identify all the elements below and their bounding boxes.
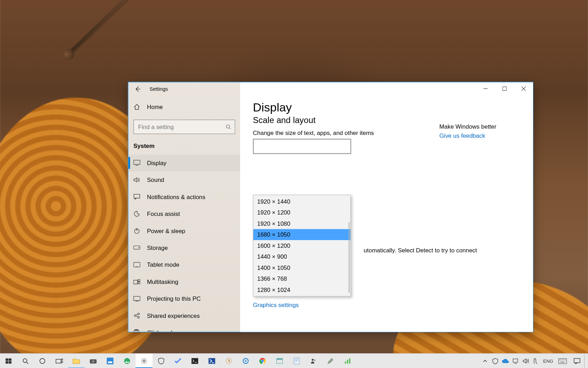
settings-window: Settings Home System DisplaySoundNotific…: [128, 82, 533, 332]
svg-point-7: [136, 266, 137, 267]
taskbar-clock[interactable]: [220, 354, 237, 368]
sidebar-item-display[interactable]: Display: [128, 155, 240, 171]
sidebar-item-label: Shared experiences: [147, 312, 200, 319]
scale-dropdown[interactable]: [253, 139, 351, 154]
taskbar-app-window[interactable]: [271, 354, 288, 368]
tray-onedrive-icon[interactable]: [500, 354, 510, 368]
task-view-button[interactable]: [51, 354, 68, 368]
sidebar-item-focus-assist[interactable]: Focus assist: [128, 205, 240, 222]
tray-overflow-chevron-icon[interactable]: [480, 354, 490, 368]
search-button[interactable]: [17, 354, 34, 368]
svg-rect-8: [134, 280, 138, 284]
search-input[interactable]: [137, 123, 225, 131]
start-button[interactable]: [0, 354, 17, 368]
resolution-dropdown-popup: 1920 × 14401920 × 12001920 × 10801680 × …: [253, 195, 351, 297]
clipboard-icon: [133, 329, 140, 332]
tray-security-icon[interactable]: [490, 354, 500, 368]
resolution-option[interactable]: 1920 × 1440: [253, 196, 350, 207]
sidebar-item-projecting-to-this-pc[interactable]: Projecting to this PC: [128, 290, 240, 307]
settings-sidebar: Settings Home System DisplaySoundNotific…: [128, 82, 240, 332]
tray-app-icon[interactable]: [531, 354, 541, 368]
give-feedback-link[interactable]: Give us feedback: [439, 132, 485, 139]
display-icon: [133, 160, 140, 166]
tray-keyboard-icon[interactable]: [555, 354, 570, 368]
svg-rect-24: [56, 359, 61, 363]
resolution-option[interactable]: 1440 × 900: [253, 251, 350, 262]
taskbar-people[interactable]: [305, 354, 322, 368]
home-icon: [133, 103, 140, 110]
svg-rect-49: [513, 359, 517, 362]
sidebar-item-label: Sound: [147, 177, 164, 183]
taskbar-todo[interactable]: [169, 354, 186, 368]
minimize-button[interactable]: [476, 82, 495, 95]
taskbar-camera[interactable]: [85, 354, 102, 368]
taskbar-app-blue[interactable]: [102, 354, 118, 368]
resolution-option[interactable]: 1920 × 1080: [253, 218, 350, 229]
power-sleep-icon: [133, 227, 140, 234]
sidebar-item-storage[interactable]: Storage: [128, 239, 240, 256]
svg-point-45: [314, 359, 315, 361]
graphics-settings-link[interactable]: Graphics settings: [253, 301, 520, 308]
taskbar-settings[interactable]: [135, 354, 152, 368]
tray-network-icon[interactable]: [511, 354, 521, 368]
sidebar-item-sound[interactable]: Sound: [128, 171, 240, 188]
svg-rect-29: [107, 357, 113, 364]
sidebar-item-home[interactable]: Home: [128, 98, 240, 115]
cortana-button[interactable]: [34, 354, 51, 368]
taskbar-photos[interactable]: [119, 354, 135, 368]
resolution-option[interactable]: 1366 × 768: [253, 273, 350, 284]
svg-point-22: [23, 359, 27, 362]
sidebar-item-multitasking[interactable]: Multitasking: [128, 273, 240, 290]
sidebar-item-notifications-actions[interactable]: Notifications & actions: [128, 188, 240, 205]
tray-volume-icon[interactable]: [521, 354, 531, 368]
sidebar-item-label: Focus assist: [147, 210, 180, 217]
sidebar-item-clipboard[interactable]: Clipboard: [128, 324, 240, 332]
sidebar-item-label: Display: [147, 159, 167, 166]
sidebar-item-label: Home: [147, 103, 163, 110]
svg-rect-1: [134, 160, 140, 164]
taskbar-terminal[interactable]: [187, 354, 203, 368]
show-desktop-button[interactable]: [584, 354, 587, 368]
svg-rect-46: [345, 361, 346, 363]
sidebar-item-label: Tablet mode: [147, 261, 179, 268]
desktop-wallpaper: Settings Home System DisplaySoundNotific…: [0, 0, 588, 368]
sidebar-item-label: Power & sleep: [147, 227, 185, 234]
taskbar-security[interactable]: [153, 354, 169, 368]
taskbar-chrome[interactable]: [254, 354, 271, 368]
close-button[interactable]: [514, 82, 533, 95]
tray-language[interactable]: ENG: [541, 354, 555, 368]
taskbar-app-pen[interactable]: [322, 354, 339, 368]
taskbar-app-chart[interactable]: [339, 354, 356, 368]
svg-point-37: [245, 360, 247, 362]
svg-rect-42: [276, 359, 282, 360]
sidebar-item-shared-experiences[interactable]: Shared experiences: [128, 307, 240, 324]
tray-action-center-icon[interactable]: [570, 354, 584, 368]
projecting-icon: [133, 296, 140, 301]
taskbar-right: ENG: [480, 354, 588, 368]
sidebar-item-tablet-mode[interactable]: Tablet mode: [128, 256, 240, 273]
feedback-heading: Make Windows better: [439, 123, 496, 130]
svg-point-13: [138, 313, 139, 315]
resolution-option[interactable]: 1600 × 1200: [253, 240, 350, 251]
resolution-option[interactable]: 588 × 368: [253, 229, 350, 240]
taskbar-file-explorer[interactable]: [68, 354, 85, 368]
resolution-option[interactable]: 1280 × 1024: [253, 284, 350, 295]
resolution-option[interactable]: 1920 × 1200: [253, 207, 350, 218]
taskbar-app-gear-blue[interactable]: [237, 354, 254, 368]
tablet-mode-icon: [133, 262, 140, 267]
sidebar-item-power-sleep[interactable]: Power & sleep: [128, 222, 240, 239]
taskbar-powershell[interactable]: [203, 354, 220, 368]
svg-rect-9: [138, 279, 140, 281]
sound-icon: [133, 177, 140, 183]
maximize-button[interactable]: [495, 82, 514, 95]
search-settings-input[interactable]: [133, 120, 235, 134]
resolution-option[interactable]: 1400 × 1050: [253, 262, 350, 273]
search-icon: [225, 124, 231, 130]
sidebar-item-label: Storage: [147, 244, 168, 251]
feedback-pane: Make Windows better Give us feedback: [439, 123, 496, 139]
svg-point-14: [138, 316, 139, 318]
taskbar-notepad[interactable]: [288, 354, 305, 368]
back-button[interactable]: [132, 83, 144, 95]
svg-point-0: [226, 125, 230, 128]
storage-icon: [133, 246, 140, 250]
